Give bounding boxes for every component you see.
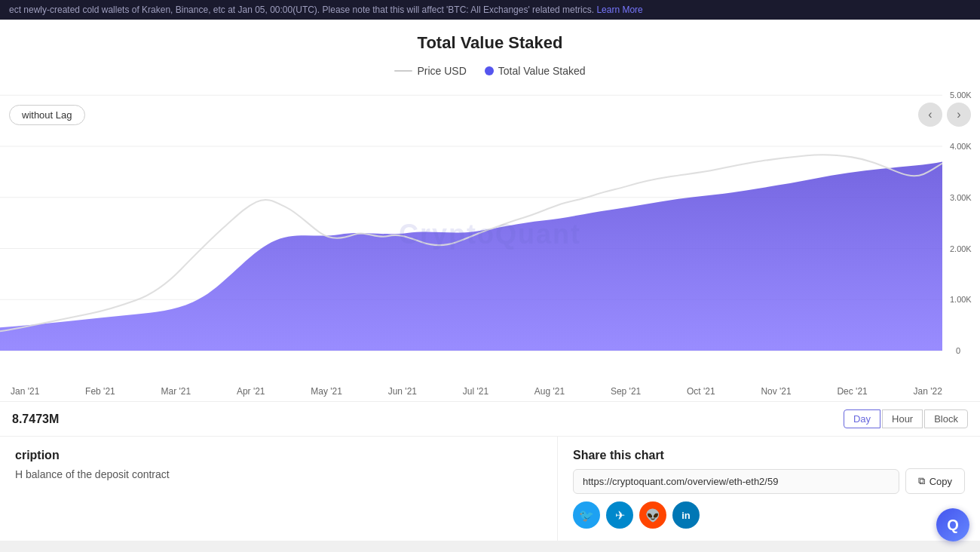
x-label-nov21: Nov '21 (761, 386, 791, 397)
info-section: cription H balance of the deposit contra… (0, 436, 980, 541)
social-icons: 🐦 ✈ 👽 in (573, 501, 965, 529)
time-btn-day[interactable]: Day (844, 409, 880, 428)
linkedin-share-button[interactable]: in (672, 501, 700, 529)
without-lag-button[interactable]: without Lag (9, 105, 85, 125)
x-label-jan22: Jan '22 (914, 386, 942, 397)
chart-title: Total Value Staked (0, 33, 980, 53)
share-url-input[interactable] (573, 469, 899, 494)
chart-title-area: Total Value Staked (0, 20, 980, 59)
telegram-share-button[interactable]: ✈ (606, 501, 633, 529)
x-label-feb21: Feb '21 (85, 386, 115, 397)
x-label-may21: May '21 (311, 386, 342, 397)
y-label-2k: 2.00K (950, 244, 972, 253)
staked-dot-icon (485, 66, 494, 75)
x-label-oct21: Oct '21 (687, 386, 715, 397)
legend-staked: Total Value Staked (485, 65, 586, 77)
x-label-apr21: Apr '21 (237, 386, 265, 397)
nav-prev-button[interactable]: ‹ (918, 103, 942, 127)
chart-svg: 5.00K 4.00K 3.00K 2.00K 1.00K 0 (0, 87, 980, 382)
y-label-1k: 1.00K (950, 295, 972, 304)
description-text: H balance of the deposit contract (15, 468, 542, 480)
time-btn-block[interactable]: Block (924, 409, 968, 428)
cryptoquant-icon[interactable]: Q (936, 508, 969, 541)
nav-buttons: ‹ › (918, 103, 971, 127)
time-btn-hour[interactable]: Hour (882, 409, 923, 428)
notification-bar: ect newly-created cold wallets of Kraken… (0, 0, 980, 20)
copy-button[interactable]: ⧉ Copy (905, 468, 965, 494)
legend-price-label: Price USD (417, 65, 466, 77)
x-label-jun21: Jun '21 (388, 386, 417, 397)
x-label-aug21: Aug '21 (534, 386, 565, 397)
main-container: Total Value Staked Price USD Total Value… (0, 20, 980, 532)
share-url-row: ⧉ Copy (573, 468, 965, 494)
stats-row: 8.7473M Day Hour Block (0, 401, 980, 436)
nav-next-button[interactable]: › (947, 103, 971, 127)
copy-label: Copy (929, 476, 952, 487)
copy-icon: ⧉ (918, 475, 925, 487)
twitter-share-button[interactable]: 🐦 (573, 501, 600, 529)
share-panel: Share this chart ⧉ Copy 🐦 ✈ 👽 in (558, 437, 980, 541)
price-line-icon (394, 70, 412, 72)
y-label-5k: 5.00K (950, 90, 972, 100)
x-axis: Jan '21 Feb '21 Mar '21 Apr '21 May '21 … (0, 382, 980, 401)
description-title: cription (15, 449, 542, 462)
x-label-jul21: Jul '21 (463, 386, 488, 397)
time-buttons: Day Hour Block (844, 409, 968, 428)
staked-area (0, 162, 942, 351)
y-label-0: 0 (956, 346, 960, 355)
y-label-4k: 4.00K (950, 142, 972, 151)
stat-value: 8.7473M (12, 412, 59, 426)
x-label-mar21: Mar '21 (161, 386, 191, 397)
learn-more-link[interactable]: Learn More (596, 5, 642, 15)
x-label-sep21: Sep '21 (611, 386, 641, 397)
y-label-3k: 3.00K (950, 193, 972, 202)
x-label-dec21: Dec '21 (837, 386, 867, 397)
notification-text: ect newly-created cold wallets of Kraken… (9, 5, 594, 15)
chart-area: 5.00K 4.00K 3.00K 2.00K 1.00K 0 CryptoQu… (0, 87, 980, 382)
reddit-share-button[interactable]: 👽 (639, 501, 666, 529)
legend-staked-label: Total Value Staked (498, 65, 586, 77)
chart-legend: Price USD Total Value Staked (0, 59, 980, 80)
share-title: Share this chart (573, 449, 965, 462)
legend-price: Price USD (394, 65, 466, 77)
x-label-jan21: Jan '21 (11, 386, 39, 397)
description-panel: cription H balance of the deposit contra… (0, 437, 558, 541)
